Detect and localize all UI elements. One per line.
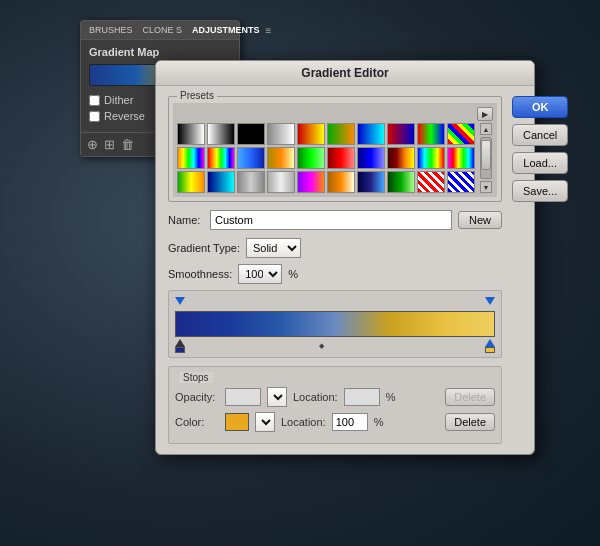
color-stop-swatch-right (485, 347, 495, 353)
opacity-unit-select[interactable]: ▼ (267, 387, 287, 407)
panel-icon-2[interactable]: ⊞ (104, 137, 115, 152)
presets-label: Presets (177, 90, 217, 101)
presets-grid (177, 123, 475, 193)
stops-section-label: Stops (179, 372, 213, 383)
smoothness-select[interactable]: 100 (238, 264, 282, 284)
panel-menu-icon[interactable]: ≡ (266, 25, 272, 36)
opacity-location-unit: % (386, 391, 430, 403)
color-location-label: Location: (281, 416, 326, 428)
opacity-input[interactable] (225, 388, 261, 406)
preset-swatch-3[interactable] (267, 123, 295, 145)
presets-grid-wrapper: ▲ ▼ (177, 123, 493, 193)
dialog-left: Presets ▶ (168, 96, 502, 444)
preset-swatch-29[interactable] (447, 171, 475, 193)
preset-swatch-18[interactable] (417, 147, 445, 169)
save-button[interactable]: Save... (512, 180, 568, 202)
preset-swatch-8[interactable] (417, 123, 445, 145)
color-row: Color: ▼ Location: % Delete (175, 412, 495, 432)
cancel-button[interactable]: Cancel (512, 124, 568, 146)
scroll-up-arrow[interactable]: ▲ (480, 123, 492, 135)
preset-swatch-27[interactable] (387, 171, 415, 193)
tab-brushes[interactable]: BRUSHES (85, 23, 137, 37)
preset-swatch-11[interactable] (207, 147, 235, 169)
dialog-buttons: OK Cancel Load... Save... (512, 96, 568, 444)
panel-tabs: BRUSHES CLONE S ADJUSTMENTS ≡ (81, 21, 239, 40)
preset-swatch-28[interactable] (417, 171, 445, 193)
opacity-label: Opacity: (175, 391, 219, 403)
ok-button[interactable]: OK (512, 96, 568, 118)
gradient-main-bar[interactable] (175, 311, 495, 337)
name-input[interactable] (210, 210, 452, 230)
name-label: Name: (168, 214, 204, 226)
new-button[interactable]: New (458, 211, 502, 229)
preset-swatch-13[interactable] (267, 147, 295, 169)
color-location-unit: % (374, 416, 418, 428)
preset-swatch-14[interactable] (297, 147, 325, 169)
preset-swatch-19[interactable] (447, 147, 475, 169)
gradient-type-select[interactable]: Solid Noise (246, 238, 301, 258)
smoothness-percent: % (288, 268, 298, 280)
load-button[interactable]: Load... (512, 152, 568, 174)
preset-swatch-10[interactable] (177, 147, 205, 169)
presets-options-button[interactable]: ▶ (477, 107, 493, 121)
top-stops (175, 297, 495, 309)
gradient-midpoint[interactable] (319, 342, 327, 350)
tab-clone[interactable]: CLONE S (139, 23, 187, 37)
color-stop-left[interactable] (175, 339, 185, 353)
preset-swatch-22[interactable] (237, 171, 265, 193)
opacity-delete-button[interactable]: Delete (445, 388, 495, 406)
preset-swatch-2[interactable] (237, 123, 265, 145)
preset-swatch-12[interactable] (237, 147, 265, 169)
preset-swatch-1[interactable] (207, 123, 235, 145)
preset-swatch-6[interactable] (357, 123, 385, 145)
opacity-location-label: Location: (293, 391, 338, 403)
gradient-type-label: Gradient Type: (168, 242, 240, 254)
color-stop-right[interactable] (485, 339, 495, 353)
color-location-input[interactable] (332, 413, 368, 431)
preset-swatch-9[interactable] (447, 123, 475, 145)
scroll-down-arrow[interactable]: ▼ (480, 181, 492, 193)
gradient-bar-section (168, 290, 502, 358)
presets-scroll-track[interactable] (480, 137, 492, 179)
color-label: Color: (175, 416, 219, 428)
dither-checkbox[interactable] (89, 95, 100, 106)
dialog-body: Presets ▶ (156, 86, 534, 454)
panel-icon-3[interactable]: 🗑 (121, 137, 134, 152)
reverse-checkbox[interactable] (89, 111, 100, 122)
color-delete-button[interactable]: Delete (445, 413, 495, 431)
gradient-editor-dialog: Gradient Editor Presets ▶ (155, 60, 535, 455)
presets-scroll-thumb[interactable] (481, 140, 491, 170)
presets-header: ▶ (177, 107, 493, 121)
preset-swatch-25[interactable] (327, 171, 355, 193)
preset-swatch-21[interactable] (207, 171, 235, 193)
preset-swatch-26[interactable] (357, 171, 385, 193)
preset-swatch-20[interactable] (177, 171, 205, 193)
smoothness-label: Smoothness: (168, 268, 232, 280)
bottom-stops (175, 339, 495, 353)
opacity-stop-right[interactable] (485, 297, 495, 309)
opacity-stop-left[interactable] (175, 297, 185, 309)
dither-label: Dither (104, 94, 133, 106)
preset-swatch-5[interactable] (327, 123, 355, 145)
panel-title: Gradient Map (89, 46, 231, 58)
opacity-row: Opacity: ▼ Location: % Delete (175, 387, 495, 407)
preset-swatch-0[interactable] (177, 123, 205, 145)
preset-swatch-15[interactable] (327, 147, 355, 169)
stops-section: Stops Opacity: ▼ Location: % Delete Colo… (168, 366, 502, 444)
tab-adjustments[interactable]: ADJUSTMENTS (188, 23, 264, 37)
preset-swatch-16[interactable] (357, 147, 385, 169)
color-unit-select[interactable]: ▼ (255, 412, 275, 432)
presets-scrollbar: ▲ ▼ (479, 123, 493, 193)
preset-swatch-4[interactable] (297, 123, 325, 145)
presets-container: ▶ (173, 103, 497, 197)
preset-swatch-24[interactable] (297, 171, 325, 193)
color-swatch[interactable] (225, 413, 249, 431)
preset-swatch-17[interactable] (387, 147, 415, 169)
panel-icon-1[interactable]: ⊕ (87, 137, 98, 152)
dialog-titlebar: Gradient Editor (156, 61, 534, 86)
preset-swatch-7[interactable] (387, 123, 415, 145)
color-stop-swatch-left (175, 347, 185, 353)
preset-swatch-23[interactable] (267, 171, 295, 193)
opacity-location-input[interactable] (344, 388, 380, 406)
presets-section: Presets ▶ (168, 96, 502, 202)
